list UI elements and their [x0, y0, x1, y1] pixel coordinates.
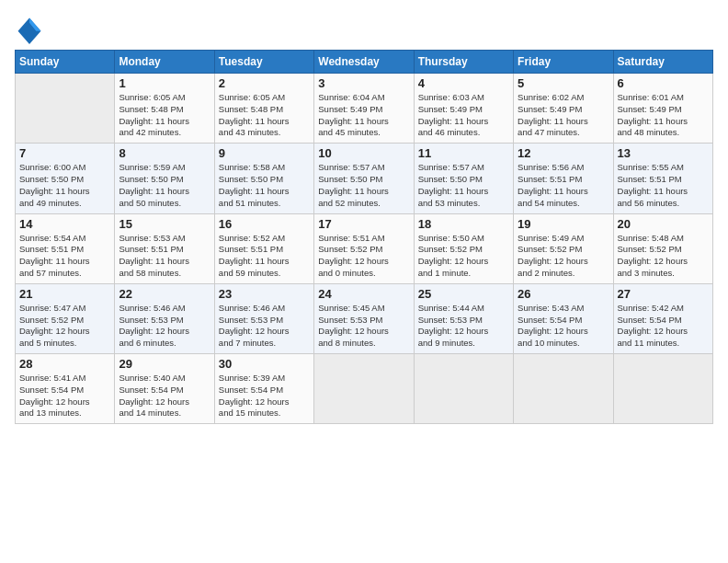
day-header-sunday: Sunday	[16, 51, 115, 74]
calendar-cell: 17Sunrise: 5:51 AMSunset: 5:52 PMDayligh…	[314, 213, 414, 283]
day-number: 29	[119, 357, 210, 371]
day-number: 28	[19, 357, 110, 371]
day-info: Sunrise: 5:46 AMSunset: 5:53 PMDaylight:…	[219, 303, 310, 350]
day-number: 14	[19, 217, 110, 231]
day-number: 13	[618, 146, 709, 160]
day-info: Sunrise: 6:00 AMSunset: 5:50 PMDaylight:…	[19, 162, 110, 209]
calendar-cell: 12Sunrise: 5:56 AMSunset: 5:51 PMDayligh…	[514, 144, 613, 213]
day-info: Sunrise: 5:43 AMSunset: 5:54 PMDaylight:…	[518, 303, 609, 350]
calendar-cell: 14Sunrise: 5:54 AMSunset: 5:51 PMDayligh…	[16, 213, 115, 283]
day-info: Sunrise: 5:42 AMSunset: 5:54 PMDaylight:…	[618, 303, 709, 350]
calendar-cell: 15Sunrise: 5:53 AMSunset: 5:51 PMDayligh…	[115, 213, 214, 283]
calendar-cell: 1Sunrise: 6:05 AMSunset: 5:48 PMDaylight…	[115, 74, 214, 144]
day-number: 18	[418, 217, 509, 231]
day-info: Sunrise: 6:05 AMSunset: 5:48 PMDaylight:…	[119, 92, 210, 139]
day-info: Sunrise: 5:59 AMSunset: 5:50 PMDaylight:…	[119, 162, 210, 209]
calendar-cell: 25Sunrise: 5:44 AMSunset: 5:53 PMDayligh…	[414, 283, 513, 353]
day-info: Sunrise: 5:39 AMSunset: 5:54 PMDaylight:…	[219, 373, 310, 419]
calendar-cell: 2Sunrise: 6:05 AMSunset: 5:48 PMDaylight…	[214, 74, 313, 144]
day-number: 17	[318, 217, 409, 231]
day-header-friday: Friday	[514, 51, 613, 74]
calendar-table: SundayMondayTuesdayWednesdayThursdayFrid…	[15, 50, 713, 424]
day-header-wednesday: Wednesday	[314, 51, 414, 74]
day-header-saturday: Saturday	[613, 51, 712, 74]
day-number: 7	[19, 146, 110, 160]
day-info: Sunrise: 5:48 AMSunset: 5:52 PMDaylight:…	[618, 233, 709, 280]
day-number: 6	[618, 76, 709, 90]
day-info: Sunrise: 5:54 AMSunset: 5:51 PMDaylight:…	[19, 233, 110, 280]
day-info: Sunrise: 5:44 AMSunset: 5:53 PMDaylight:…	[418, 303, 509, 350]
calendar-cell: 16Sunrise: 5:52 AMSunset: 5:51 PMDayligh…	[214, 213, 313, 283]
day-number: 12	[518, 146, 609, 160]
day-info: Sunrise: 5:45 AMSunset: 5:53 PMDaylight:…	[318, 303, 409, 350]
day-info: Sunrise: 5:50 AMSunset: 5:52 PMDaylight:…	[418, 233, 509, 280]
day-info: Sunrise: 6:05 AMSunset: 5:48 PMDaylight:…	[219, 92, 310, 139]
calendar-cell: 10Sunrise: 5:57 AMSunset: 5:50 PMDayligh…	[314, 144, 414, 213]
day-number: 20	[618, 217, 709, 231]
calendar-cell: 5Sunrise: 6:02 AMSunset: 5:49 PMDaylight…	[514, 74, 613, 144]
day-header-thursday: Thursday	[414, 51, 513, 74]
calendar-cell: 8Sunrise: 5:59 AMSunset: 5:50 PMDaylight…	[115, 144, 214, 213]
calendar-cell: 6Sunrise: 6:01 AMSunset: 5:49 PMDaylight…	[613, 74, 712, 144]
day-header-monday: Monday	[115, 51, 214, 74]
calendar-cell	[16, 74, 115, 144]
week-row-5: 28Sunrise: 5:41 AMSunset: 5:54 PMDayligh…	[16, 354, 713, 424]
calendar-cell: 22Sunrise: 5:46 AMSunset: 5:53 PMDayligh…	[115, 283, 214, 353]
day-info: Sunrise: 6:04 AMSunset: 5:49 PMDaylight:…	[318, 92, 409, 139]
calendar-cell: 11Sunrise: 5:57 AMSunset: 5:50 PMDayligh…	[414, 144, 513, 213]
day-info: Sunrise: 5:57 AMSunset: 5:50 PMDaylight:…	[318, 162, 409, 209]
calendar-cell: 9Sunrise: 5:58 AMSunset: 5:50 PMDaylight…	[214, 144, 313, 213]
day-number: 11	[418, 146, 509, 160]
page: SundayMondayTuesdayWednesdayThursdayFrid…	[0, 0, 728, 563]
day-info: Sunrise: 5:41 AMSunset: 5:54 PMDaylight:…	[19, 373, 110, 419]
day-number: 8	[119, 146, 210, 160]
day-number: 16	[219, 217, 310, 231]
calendar-cell	[414, 354, 513, 424]
calendar-cell: 24Sunrise: 5:45 AMSunset: 5:53 PMDayligh…	[314, 283, 414, 353]
week-row-3: 14Sunrise: 5:54 AMSunset: 5:51 PMDayligh…	[16, 213, 713, 283]
day-info: Sunrise: 5:56 AMSunset: 5:51 PMDaylight:…	[518, 162, 609, 209]
day-number: 3	[318, 76, 409, 90]
calendar-header-row: SundayMondayTuesdayWednesdayThursdayFrid…	[16, 51, 713, 74]
calendar-cell: 7Sunrise: 6:00 AMSunset: 5:50 PMDaylight…	[16, 144, 115, 213]
day-number: 23	[219, 287, 310, 301]
day-info: Sunrise: 5:53 AMSunset: 5:51 PMDaylight:…	[119, 233, 210, 280]
day-info: Sunrise: 5:57 AMSunset: 5:50 PMDaylight:…	[418, 162, 509, 209]
day-info: Sunrise: 6:02 AMSunset: 5:49 PMDaylight:…	[518, 92, 609, 139]
calendar-cell: 29Sunrise: 5:40 AMSunset: 5:54 PMDayligh…	[115, 354, 214, 424]
day-info: Sunrise: 5:52 AMSunset: 5:51 PMDaylight:…	[219, 233, 310, 280]
day-info: Sunrise: 6:03 AMSunset: 5:49 PMDaylight:…	[418, 92, 509, 139]
logo	[15, 15, 46, 44]
day-number: 24	[318, 287, 409, 301]
calendar-cell: 27Sunrise: 5:42 AMSunset: 5:54 PMDayligh…	[613, 283, 712, 353]
calendar-cell: 26Sunrise: 5:43 AMSunset: 5:54 PMDayligh…	[514, 283, 613, 353]
day-number: 15	[119, 217, 210, 231]
calendar-cell: 30Sunrise: 5:39 AMSunset: 5:54 PMDayligh…	[214, 354, 313, 424]
calendar-cell: 3Sunrise: 6:04 AMSunset: 5:49 PMDaylight…	[314, 74, 414, 144]
day-number: 30	[219, 357, 310, 371]
calendar-cell	[314, 354, 414, 424]
day-number: 10	[318, 146, 409, 160]
day-number: 27	[618, 287, 709, 301]
calendar-cell: 20Sunrise: 5:48 AMSunset: 5:52 PMDayligh…	[613, 213, 712, 283]
logo-icon	[15, 15, 44, 44]
day-header-tuesday: Tuesday	[214, 51, 313, 74]
calendar-cell: 28Sunrise: 5:41 AMSunset: 5:54 PMDayligh…	[16, 354, 115, 424]
day-info: Sunrise: 5:58 AMSunset: 5:50 PMDaylight:…	[219, 162, 310, 209]
day-info: Sunrise: 5:46 AMSunset: 5:53 PMDaylight:…	[119, 303, 210, 350]
day-info: Sunrise: 5:49 AMSunset: 5:52 PMDaylight:…	[518, 233, 609, 280]
day-number: 1	[119, 76, 210, 90]
day-info: Sunrise: 6:01 AMSunset: 5:49 PMDaylight:…	[618, 92, 709, 139]
week-row-1: 1Sunrise: 6:05 AMSunset: 5:48 PMDaylight…	[16, 74, 713, 144]
calendar-cell: 19Sunrise: 5:49 AMSunset: 5:52 PMDayligh…	[514, 213, 613, 283]
calendar-cell: 18Sunrise: 5:50 AMSunset: 5:52 PMDayligh…	[414, 213, 513, 283]
day-info: Sunrise: 5:40 AMSunset: 5:54 PMDaylight:…	[119, 373, 210, 419]
calendar-cell: 23Sunrise: 5:46 AMSunset: 5:53 PMDayligh…	[214, 283, 313, 353]
day-number: 19	[518, 217, 609, 231]
calendar-cell	[613, 354, 712, 424]
day-number: 4	[418, 76, 509, 90]
calendar-cell: 4Sunrise: 6:03 AMSunset: 5:49 PMDaylight…	[414, 74, 513, 144]
day-number: 22	[119, 287, 210, 301]
day-number: 21	[19, 287, 110, 301]
day-number: 26	[518, 287, 609, 301]
